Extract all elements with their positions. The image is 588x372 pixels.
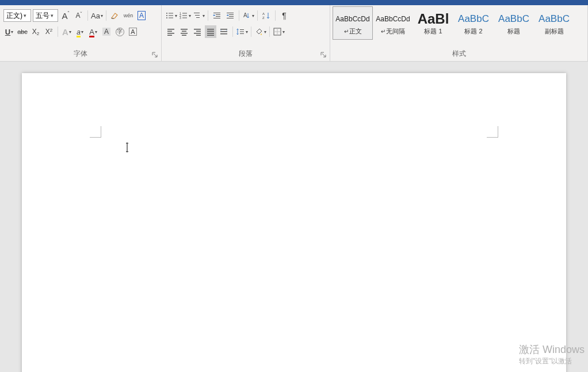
font-size-combo[interactable]: 五号 ▾ — [33, 9, 58, 22]
underline-button[interactable]: U▾ — [3, 25, 15, 38]
show-marks-button[interactable]: ¶ — [278, 9, 290, 22]
separator — [58, 26, 58, 37]
decrease-indent-button[interactable] — [211, 9, 223, 22]
margin-corner-icon — [90, 126, 101, 138]
separator — [87, 10, 88, 21]
svg-rect-47 — [240, 33, 244, 34]
text-effects-button[interactable]: A▾ — [61, 25, 72, 38]
text-direction-button[interactable]: A▾ — [242, 9, 254, 22]
outdent-icon — [212, 11, 222, 20]
phonetic-guide-button[interactable]: wén — [123, 9, 134, 22]
char-shading-button[interactable]: A — [101, 25, 112, 38]
font-color-button[interactable]: A▾ — [87, 25, 99, 38]
font-family-combo[interactable]: 正文) ▾ — [3, 9, 31, 22]
styles-gallery[interactable]: AaBbCcDd↵正文AaBbCcDd↵无间隔AaBl标题 1AaBbC标题 2… — [330, 5, 587, 43]
style-item-0[interactable]: AaBbCcDd↵正文 — [333, 6, 373, 40]
numbering-icon: 123 — [179, 11, 188, 20]
separator — [239, 10, 239, 21]
separator — [232, 26, 233, 37]
svg-text:3: 3 — [180, 16, 181, 20]
chevron-down-icon: ▾ — [51, 13, 54, 18]
align-right-button[interactable] — [192, 25, 203, 38]
dialog-launcher-icon[interactable] — [320, 52, 327, 59]
svg-rect-20 — [229, 14, 234, 15]
increase-indent-button[interactable] — [224, 9, 236, 22]
superscript-button[interactable]: X2 — [43, 25, 55, 38]
strikethrough-button[interactable]: abc — [17, 25, 28, 38]
enclose-char-button[interactable]: 字 — [114, 25, 125, 38]
style-item-2[interactable]: AaBl标题 1 — [413, 6, 453, 40]
svg-rect-22 — [227, 18, 234, 18]
separator — [257, 10, 258, 21]
grow-font-button[interactable]: Aˆ — [60, 9, 71, 22]
char-border2-button[interactable]: A — [127, 25, 139, 38]
style-item-4[interactable]: AaBbC标题 — [494, 6, 534, 40]
group-paragraph: ▾ 123▾ ▾ A▾ AZ ¶ ▾ — [162, 5, 330, 61]
svg-rect-26 — [167, 29, 174, 30]
svg-rect-21 — [229, 16, 234, 17]
group-label-styles: 样式 — [330, 48, 587, 61]
shrink-font-button[interactable]: Aˇ — [73, 9, 85, 22]
svg-rect-5 — [169, 18, 173, 18]
distribute-icon — [219, 27, 228, 36]
group-label-font: 字体 — [0, 48, 161, 61]
dialog-launcher-icon[interactable] — [152, 52, 159, 59]
align-left-button[interactable] — [165, 25, 177, 38]
svg-text:Z: Z — [262, 16, 265, 20]
svg-point-0 — [166, 13, 167, 14]
svg-rect-32 — [181, 33, 188, 34]
ribbon: 正文) ▾ 五号 ▾ Aˆ Aˇ Aa▾ wén A U▾ — [0, 5, 588, 62]
change-case-button[interactable]: Aa▾ — [91, 9, 103, 22]
style-item-5[interactable]: AaBbC副标题 — [534, 6, 574, 40]
subscript-button[interactable]: X2 — [30, 25, 41, 38]
bullets-button[interactable]: ▾ — [165, 9, 177, 22]
svg-rect-43 — [220, 31, 227, 32]
align-center-button[interactable] — [178, 25, 190, 38]
svg-text:A: A — [262, 12, 265, 16]
multilevel-list-button[interactable]: ▾ — [193, 9, 205, 22]
separator — [251, 26, 251, 37]
style-preview: AaBbC — [458, 11, 489, 27]
style-name: ↵正文 — [344, 27, 362, 36]
align-left-icon — [166, 27, 175, 36]
font-size-value: 五号 — [36, 11, 49, 21]
style-item-3[interactable]: AaBbC标题 2 — [453, 6, 494, 40]
line-spacing-button[interactable]: ▾ — [236, 25, 248, 38]
highlight-button[interactable]: a▾ — [74, 25, 86, 38]
document-area[interactable] — [0, 62, 588, 372]
clear-formatting-button[interactable] — [109, 9, 121, 22]
sort-button[interactable]: AZ — [261, 9, 272, 22]
numbering-button[interactable]: 123▾ — [179, 9, 191, 22]
group-label-paragraph: 段落 — [162, 48, 330, 61]
borders-button[interactable]: ▾ — [273, 25, 285, 38]
svg-rect-40 — [207, 33, 214, 34]
svg-rect-29 — [167, 35, 172, 36]
paint-bucket-icon — [254, 27, 264, 36]
distribute-button[interactable] — [218, 25, 230, 38]
style-preview: AaBbCcDd — [376, 11, 410, 27]
svg-rect-46 — [240, 32, 244, 32]
style-name: 副标题 — [545, 27, 564, 36]
style-item-1[interactable]: AaBbCcDd↵无间隔 — [373, 6, 413, 40]
svg-rect-17 — [216, 16, 220, 17]
justify-button[interactable] — [205, 25, 216, 38]
svg-rect-13 — [195, 15, 200, 16]
svg-point-2 — [166, 15, 167, 16]
borders-icon — [273, 27, 282, 36]
svg-rect-16 — [216, 14, 220, 15]
multilevel-icon — [193, 11, 202, 20]
svg-rect-11 — [182, 18, 187, 18]
svg-rect-7 — [182, 13, 187, 14]
separator — [269, 26, 270, 37]
separator — [106, 10, 106, 21]
svg-text:A: A — [243, 12, 247, 18]
svg-rect-15 — [213, 13, 220, 13]
shading-button[interactable]: ▾ — [254, 25, 266, 38]
svg-rect-45 — [240, 29, 244, 30]
indent-icon — [226, 11, 235, 20]
font-family-value: 正文) — [6, 11, 22, 21]
char-border-button[interactable]: A — [136, 9, 147, 22]
style-name: 标题 1 — [424, 27, 442, 36]
chevron-down-icon: ▾ — [24, 13, 26, 18]
page[interactable] — [22, 73, 566, 372]
